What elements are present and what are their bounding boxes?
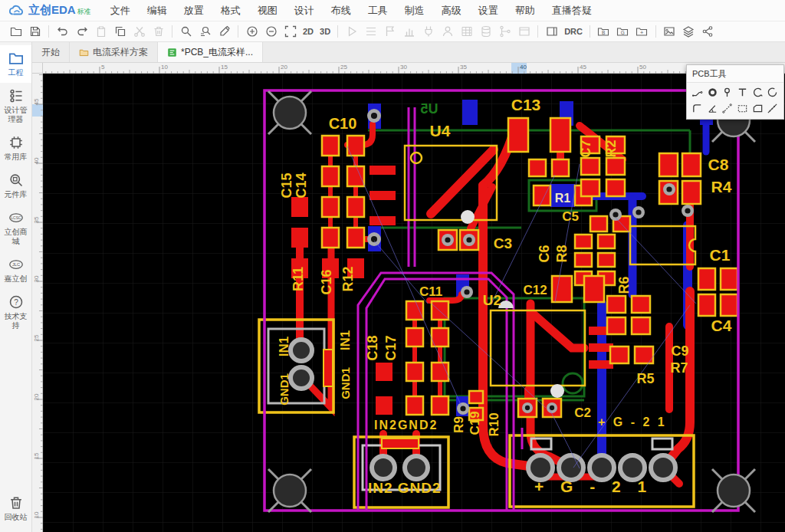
team-button[interactable] [438,23,457,41]
sidebar-item-trash[interactable]: 回收站 [0,490,31,527]
menu-12[interactable]: 帮助 [507,0,544,21]
corner-tool-button[interactable] [690,101,705,116]
sidebar-item-jlc[interactable]: 嘉立创 [0,251,31,289]
tab-3[interactable]: *PCB_电流采样... [158,42,263,62]
silkscreen-label: C15 [279,172,294,198]
flag-icon [384,25,396,38]
svg-text:40: 40 [33,157,40,164]
statistics-button[interactable] [399,23,419,41]
silkscreen-label: + G - 2 1 [534,478,652,495]
search-button[interactable] [176,23,195,41]
silkscreen-label: C7 [578,140,593,157]
copy-button[interactable] [110,23,130,41]
netlist-button[interactable] [361,23,380,41]
menu-10[interactable]: 高级 [433,0,470,21]
theme-button[interactable] [215,23,234,41]
menu-7[interactable]: 布线 [323,0,360,21]
drc-button[interactable]: DRC [561,23,586,41]
sidebar-item-folder[interactable]: 工程 [0,45,31,83]
menu-13[interactable]: 直播答疑 [544,0,600,21]
array-button[interactable] [457,23,476,41]
menu-9[interactable]: 制造 [396,0,433,21]
angle-tool-button[interactable] [705,101,720,116]
save-button[interactable] [25,23,44,41]
tab-2[interactable]: 电流采样方案 [70,42,158,62]
sidebar-item-tree[interactable]: 设计管理器 [0,83,31,130]
via-tool-button[interactable] [720,85,734,100]
redo-button[interactable] [72,23,91,41]
pcb-icon [167,48,177,57]
svg-text:45: 45 [33,98,40,105]
bom-folder-button[interactable] [594,23,613,41]
redo-icon [76,25,88,38]
list-icon [365,25,377,38]
share-button[interactable] [698,23,718,41]
silkscreen-label: + G - 2 1 [598,415,667,429]
library-button[interactable] [476,23,495,41]
svg-text:25: 25 [33,334,40,341]
menu-5[interactable]: 视图 [249,0,286,21]
menu-4[interactable]: 格式 [212,0,249,21]
plug-icon [422,25,435,38]
menu-6[interactable]: 设计 [286,0,323,21]
menu-2[interactable]: 编辑 [139,0,176,21]
plugin-button[interactable] [419,23,438,41]
pad-tool-button[interactable] [705,85,720,100]
topology-button[interactable] [495,23,514,41]
export-image-button[interactable] [660,23,679,41]
text-tool-button[interactable] [735,85,750,100]
delete-button[interactable] [149,23,168,41]
silkscreen-label: C17 [383,335,399,360]
dimension-tool-button[interactable] [765,101,780,116]
grid-icon [461,25,473,38]
svg-text:10: 10 [33,511,40,518]
view-2d-button[interactable]: 2D [300,23,317,41]
silkscreen-label: C18 [365,335,380,360]
svg-text:35: 35 [33,216,40,223]
order-folder-button[interactable] [632,23,652,41]
sidebar-item-question[interactable]: 技术支持 [0,289,31,336]
menu-1[interactable]: 文件 [102,0,139,21]
zoom-fit-button[interactable] [281,23,300,41]
toolbar-separator [172,25,172,38]
zoom-out-button[interactable] [261,23,281,41]
sidebar-item-searchchip[interactable]: 元件库 [0,167,31,205]
layer-manager-button[interactable] [679,23,698,41]
arc-tool-button[interactable] [751,85,765,100]
tree-icon [8,88,24,103]
view-3d-button[interactable]: 3D [317,23,333,41]
measure-tool-button[interactable] [720,101,734,116]
sidebar-item-label: 技术支持 [1,312,31,330]
pcb-canvas[interactable]: C10U5C13U4C8R4R1C5C3C1C11U2C12C4C9R7R5C2… [43,74,785,532]
menu-3[interactable]: 放置 [176,0,212,21]
app-logo[interactable]: 立创EDA 标准 [8,3,91,18]
simulation-button[interactable] [342,23,361,41]
cloud-logo-icon [8,5,26,17]
copper-area-tool-button[interactable] [735,101,750,116]
cross-probe-button[interactable] [195,23,215,41]
pcb-tools-title[interactable]: PCB工具 [687,65,783,83]
sidebar-item-chip[interactable]: 常用库 [0,130,31,167]
track-tool-button[interactable] [690,85,705,100]
cut-button[interactable] [130,23,149,41]
menu-8[interactable]: 工具 [360,0,396,21]
flag-button[interactable] [380,23,399,41]
menu-11[interactable]: 设置 [470,0,507,21]
silkscreen-label: C9 [671,343,688,359]
silkscreen-label: IN1 [277,337,291,356]
gerber-folder-button[interactable] [613,23,632,41]
panel-toggle-button[interactable] [542,23,561,41]
solid-region-tool-button[interactable] [751,101,765,116]
lcsc-icon [8,210,24,225]
undo-button[interactable] [53,23,72,41]
toolbar-separator [590,25,590,38]
sidebar-item-label: 回收站 [5,513,28,522]
pcb-tools-panel[interactable]: PCB工具 [686,64,784,120]
paste-button[interactable] [91,23,110,41]
sidebar-item-lcsc[interactable]: 立创商城 [0,205,31,251]
circle-tool-button[interactable] [765,85,780,100]
open-button[interactable] [6,23,25,41]
tab-1[interactable]: 开始 [32,42,70,62]
window-button[interactable] [514,23,534,41]
zoom-in-button[interactable] [242,23,261,41]
